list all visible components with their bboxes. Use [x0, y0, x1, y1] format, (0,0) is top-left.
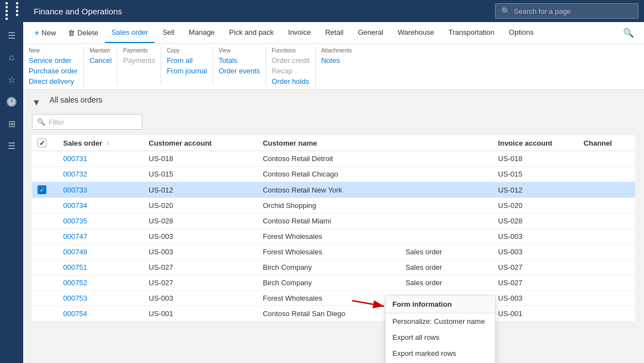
purchase-order-item[interactable]: Purchase order	[29, 66, 78, 76]
hamburger-icon[interactable]: ☰	[2, 25, 22, 45]
service-order-item[interactable]: Service order	[29, 56, 78, 65]
cancel-item[interactable]: Cancel	[89, 56, 111, 65]
page-search-input[interactable]	[514, 7, 624, 15]
select-all-checkbox[interactable]: ✓	[38, 138, 46, 147]
order-events-item[interactable]: Order events	[219, 66, 260, 76]
tab-retail[interactable]: Retail	[318, 23, 350, 43]
tab-invoice[interactable]: Invoice	[281, 23, 317, 43]
th-invoice-account[interactable]: Invoice account	[493, 135, 578, 151]
th-customer-name[interactable]: Customer name	[257, 135, 400, 151]
delete-button[interactable]: 🗑 Delete	[62, 23, 104, 43]
table-row[interactable]: 000753US-003Forest WholesalesSales order…	[32, 291, 635, 306]
table-row[interactable]: 000735US-028Contoso Retail MiamiUS-028	[32, 213, 635, 229]
th-check[interactable]: ✓	[32, 135, 58, 151]
th-sales-order[interactable]: Sales order ↑	[58, 135, 143, 151]
row-check-cell[interactable]	[32, 198, 58, 213]
context-menu-personalize[interactable]: Personalize: Customer name	[386, 313, 495, 329]
row-order[interactable]: 000731	[58, 151, 143, 167]
direct-delivery-item[interactable]: Direct delivery	[29, 77, 78, 86]
row-check-cell[interactable]	[32, 151, 58, 167]
from-all-item[interactable]: From all	[167, 56, 207, 65]
row-order[interactable]: 000752	[58, 275, 143, 291]
filter-input[interactable]	[49, 118, 137, 126]
tab-warehouse[interactable]: Warehouse	[391, 23, 441, 43]
row-check-cell[interactable]	[32, 213, 58, 229]
row-order[interactable]: 000734	[58, 198, 143, 213]
table-row[interactable]: 000734US-020Orchid ShoppingUS-020	[32, 198, 635, 213]
table-row[interactable]: 000751US-027Birch CompanySales orderUS-0…	[32, 260, 635, 275]
row-customer-name: Birch Company	[257, 275, 400, 291]
th-channel[interactable]: Channel	[578, 135, 635, 151]
tab-general[interactable]: General	[351, 23, 390, 43]
ribbon-group-attachments-label: Attachments	[321, 47, 352, 54]
from-journal-item[interactable]: From journal	[167, 66, 207, 76]
row-customer-account: US-001	[143, 306, 258, 322]
notes-item[interactable]: Notes	[321, 56, 340, 65]
row-customer-account: US-012	[143, 182, 258, 198]
row-channel	[578, 260, 635, 275]
tab-sell[interactable]: Sell	[156, 23, 181, 43]
row-check-cell[interactable]: ✓	[32, 182, 58, 198]
row-invoice-account: US-018	[493, 151, 578, 167]
row-channel	[578, 151, 635, 167]
table-row[interactable]: 000732US-015Contoso Retail ChicagoUS-015	[32, 167, 635, 182]
page-search[interactable]: 🔍	[495, 3, 638, 19]
row-check-cell[interactable]	[32, 291, 58, 306]
row-order[interactable]: 000753	[58, 291, 143, 306]
table-row[interactable]: 000747US-003Forest WholesalesUS-003	[32, 229, 635, 244]
row-customer-name: Orchid Shopping	[257, 198, 400, 213]
row-order[interactable]: 000732	[58, 167, 143, 182]
table-row[interactable]: 000754US-001Contoso Retail San DiegoSale…	[32, 306, 635, 322]
row-check-cell[interactable]	[32, 275, 58, 291]
row-customer-account: US-027	[143, 275, 258, 291]
row-order[interactable]: 000735	[58, 213, 143, 229]
tab-options[interactable]: Options	[502, 23, 540, 43]
table-row[interactable]: ✓000733US-012Contoso Retail New YorkUS-0…	[32, 182, 635, 198]
row-check-cell[interactable]	[32, 260, 58, 275]
row-invoice-account: US-012	[493, 182, 578, 198]
ribbon-group-new-label: New	[29, 47, 40, 54]
tab-pick-pack[interactable]: Pick and pack	[222, 23, 280, 43]
table-header-row: ✓ Sales order ↑ Customer account	[32, 135, 635, 151]
row-check-cell[interactable]	[32, 306, 58, 322]
modules-icon[interactable]: ☰	[2, 136, 22, 156]
row-check-cell[interactable]	[32, 229, 58, 244]
favorites-icon[interactable]: ☆	[2, 70, 22, 89]
row-order[interactable]: 000751	[58, 260, 143, 275]
home-icon[interactable]: ⌂	[2, 47, 22, 67]
ribbon-search-button[interactable]: 🔍	[619, 28, 638, 38]
row-order[interactable]: 000747	[58, 229, 143, 244]
row-order[interactable]: 000748	[58, 244, 143, 260]
app-grid-icon[interactable]	[6, 2, 25, 20]
ribbon-group-attachments: Attachments Notes	[316, 46, 358, 85]
main-area: + New 🗑 Delete Sales order Sell Manage P…	[23, 22, 644, 363]
filter-input-wrapper[interactable]: 🔍	[32, 114, 142, 130]
row-check-cell[interactable]	[32, 167, 58, 182]
row-checkbox[interactable]: ✓	[38, 185, 46, 194]
tab-sales-order[interactable]: Sales order	[105, 23, 155, 43]
ribbon-group-view: View Totals Order events	[213, 46, 266, 85]
order-holds-item[interactable]: Order holds	[272, 77, 310, 86]
row-channel	[578, 306, 635, 322]
totals-item[interactable]: Totals	[219, 56, 260, 65]
row-type	[400, 213, 493, 229]
table-row[interactable]: 000731US-018Contoso Retail DetroitUS-018	[32, 151, 635, 167]
filter-icon[interactable]: ▼	[32, 98, 41, 108]
ribbon-group-copy: Copy From all From journal	[161, 46, 213, 85]
table-row[interactable]: 000748US-003Forest WholesalesSales order…	[32, 244, 635, 260]
row-order[interactable]: 000754	[58, 306, 143, 322]
recent-icon[interactable]: 🕐	[2, 92, 22, 111]
table-row[interactable]: 000752US-027Birch CompanySales orderUS-0…	[32, 275, 635, 291]
row-order[interactable]: 000733	[58, 182, 143, 198]
context-menu-export-marked[interactable]: Export marked rows	[386, 345, 495, 361]
tab-transportation[interactable]: Transportation	[442, 23, 501, 43]
row-invoice-account: US-001	[493, 306, 578, 322]
context-menu: Form information Personalize: Customer n…	[385, 295, 496, 363]
context-menu-export-all[interactable]: Export all rows	[386, 329, 495, 345]
workspace-icon[interactable]: ⊞	[2, 114, 22, 134]
th-customer-account[interactable]: Customer account	[143, 135, 258, 151]
tab-manage[interactable]: Manage	[182, 23, 221, 43]
row-check-cell[interactable]	[32, 244, 58, 260]
new-button[interactable]: + New	[29, 23, 61, 43]
th-type[interactable]	[400, 135, 493, 151]
